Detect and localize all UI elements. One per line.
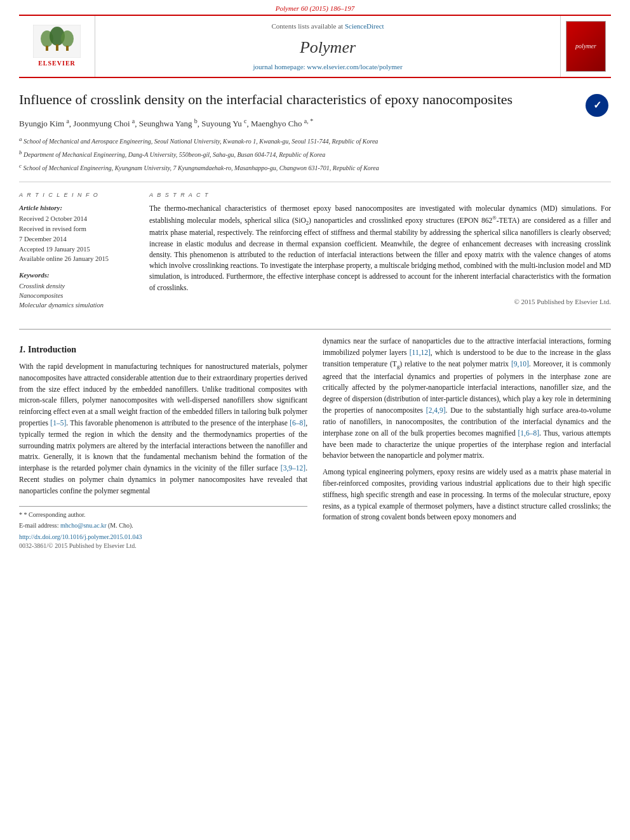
abstract-label: A B S T R A C T [149, 191, 611, 199]
journal-center-header: Contents lists available at ScienceDirec… [95, 16, 560, 77]
keywords-label: Keywords: [19, 270, 137, 280]
elsevier-brand-text: ELSEVIER [38, 59, 76, 68]
article-content: ✓ Influence of crosslink density on the … [19, 78, 611, 323]
corresponding-label: * Corresponding author. [24, 511, 86, 518]
journal-homepage: journal homepage: www.elsevier.com/locat… [253, 62, 402, 72]
footnote-area: * * Corresponding author. E-mail address… [19, 506, 307, 550]
authors-line: Byungjo Kim a, Joonmyung Choi a, Seunghw… [19, 117, 611, 130]
affiliations-block: a School of Mechanical and Aerospace Eng… [19, 135, 611, 173]
contents-available-text: Contents lists available at [271, 22, 343, 30]
svg-rect-5 [56, 44, 58, 51]
section1-number: 1. [19, 345, 26, 354]
homepage-url[interactable]: www.elsevier.com/locate/polymer [307, 63, 402, 70]
sciencedirect-link[interactable]: ScienceDirect [345, 22, 384, 30]
section1-title: Introduction [28, 345, 76, 354]
citation-text: Polymer 60 (2015) 186–197 [276, 4, 354, 12]
corresponding-author-note: * * Corresponding author. [19, 510, 307, 519]
revised-date: 7 December 2014 [19, 235, 137, 244]
elsevier-tree-icon [33, 25, 81, 58]
journal-header: ELSEVIER Contents lists available at Sci… [19, 15, 611, 78]
article-info-column: A R T I C L E I N F O Article history: R… [19, 191, 137, 310]
accepted-date: Accepted 19 January 2015 [19, 245, 137, 255]
email-name: (M. Cho). [108, 522, 133, 529]
body-right-column: dynamics near the surface of nanoparticl… [323, 336, 611, 550]
doi-link[interactable]: http://dx.doi.org/10.1016/j.polymer.2015… [19, 533, 142, 540]
email-label: E-mail address: [19, 522, 58, 529]
copyright-line: © 2015 Published by Elsevier Ltd. [149, 297, 611, 307]
affiliation-a-text: School of Mechanical and Aerospace Engin… [23, 138, 378, 145]
intro-paragraph-3: Among typical engineering polymers, epox… [323, 467, 611, 523]
svg-point-3 [61, 30, 74, 47]
article-info-label: A R T I C L E I N F O [19, 191, 137, 199]
received-date: Received 2 October 2014 [19, 215, 137, 224]
crossmark-icon: ✓ [586, 94, 608, 117]
email-footnote: E-mail address: mhcho@snu.ac.kr (M. Cho)… [19, 521, 307, 530]
divider-after-affiliations [19, 182, 611, 182]
keyword-2: Nanocomposites [19, 291, 137, 301]
sciencedirect-line: Contents lists available at ScienceDirec… [271, 22, 384, 31]
polymer-cover-image [566, 21, 606, 72]
svg-rect-6 [66, 46, 69, 51]
elsevier-logo: ELSEVIER [33, 25, 81, 68]
elsevier-logo-area: ELSEVIER [19, 16, 95, 77]
crossmark-badge: ✓ [586, 94, 611, 119]
email-link[interactable]: mhcho@snu.ac.kr [60, 522, 107, 529]
body-divider-top [19, 329, 611, 330]
doi-text: http://dx.doi.org/10.1016/j.polymer.2015… [19, 533, 307, 542]
revised-label: Received in revised form [19, 225, 137, 234]
abstract-column: A B S T R A C T The thermo-mechanical ch… [149, 191, 611, 310]
affiliation-c: c School of Mechanical Engineering, Kyun… [19, 162, 611, 173]
main-body: 1. Introduction With the rapid developme… [19, 329, 611, 569]
article-info-abstract-layout: A R T I C L E I N F O Article history: R… [19, 191, 611, 310]
intro-paragraph-2: dynamics near the surface of nanoparticl… [323, 336, 611, 462]
keyword-3: Molecular dynamics simulation [19, 301, 137, 310]
section1-heading: 1. Introduction [19, 343, 307, 356]
article-info-block: Article history: Received 2 October 2014… [19, 203, 137, 310]
keyword-1: Crosslink density [19, 282, 137, 291]
body-two-col-layout: 1. Introduction With the rapid developme… [19, 336, 611, 550]
online-date: Available online 26 January 2015 [19, 255, 137, 264]
article-title: Influence of crosslink density on the in… [19, 91, 611, 109]
abstract-text: The thermo-mechanical characteristics of… [149, 203, 611, 293]
affiliation-b: b Department of Mechanical Engineering, … [19, 149, 611, 159]
journal-name-large: Polymer [300, 36, 356, 59]
affiliation-a: a School of Mechanical and Aerospace Eng… [19, 135, 611, 146]
issn-text: 0032-3861/© 2015 Published by Elsevier L… [19, 542, 307, 550]
svg-rect-4 [46, 46, 48, 51]
intro-paragraph-1: With the rapid development in manufactur… [19, 361, 307, 497]
polymer-cover-area [560, 16, 611, 77]
affiliation-c-text: School of Mechanical Engineering, Kyungn… [23, 164, 379, 171]
journal-citation-bar: Polymer 60 (2015) 186–197 [0, 0, 630, 15]
body-left-column: 1. Introduction With the rapid developme… [19, 336, 307, 550]
affiliation-b-text: Department of Mechanical Engineering, Da… [23, 151, 325, 158]
history-label: Article history: [19, 203, 137, 213]
page-wrapper: Polymer 60 (2015) 186–197 ELSEVIER [0, 0, 630, 570]
homepage-label: journal homepage: [253, 63, 305, 70]
